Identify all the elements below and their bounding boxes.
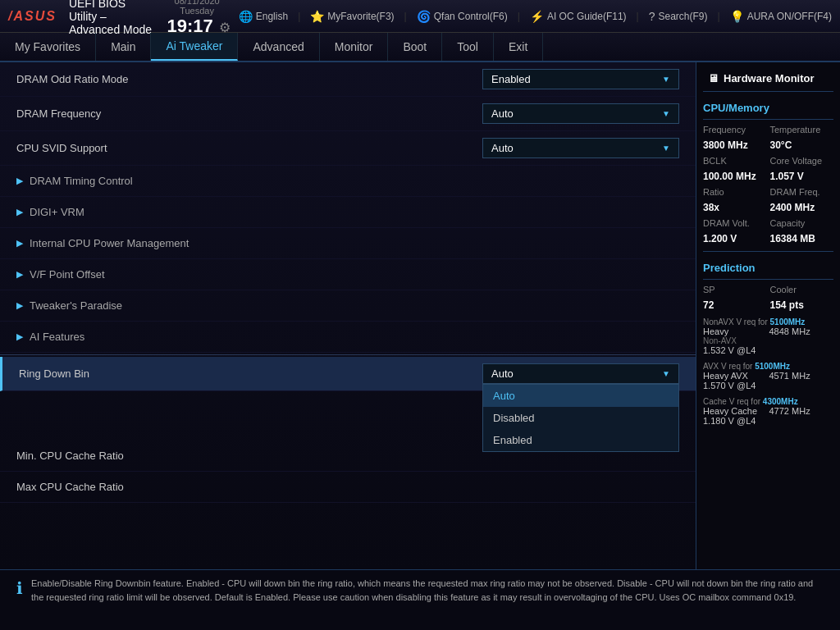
globe-icon: 🌐 [239, 10, 253, 23]
cache-col2: 4772 MHz [769, 406, 834, 416]
qfan-label: Qfan Control(F6) [434, 11, 508, 22]
internal-cpu-row[interactable]: ▶ Internal CPU Power Management [0, 228, 696, 259]
ring-down-dropdown-container: Auto ▼ Auto Disabled Enabled [482, 363, 679, 384]
core-voltage-value: 1.057 V [770, 171, 834, 182]
avx-row: AVX V req for 5100MHz Heavy AVX 4571 MHz… [703, 362, 833, 390]
nav-ai-tweaker[interactable]: Ai Tweaker [151, 33, 238, 61]
monitor-icon: 🖥 [708, 72, 719, 84]
cache-voltage: 1.180 V @L4 [703, 416, 833, 426]
internal-cpu-label: Internal CPU Power Management [30, 237, 679, 249]
avx-col1: Heavy AVX [703, 371, 768, 381]
cpu-svid-row: CPU SVID Support Auto ▼ [0, 131, 696, 166]
dram-freq-value: 2400 MHz [770, 202, 834, 213]
non-avx-label: NonAVX V req for 5100MHz [703, 317, 833, 326]
info-icon: ℹ [16, 578, 23, 598]
avx-col2: 4571 MHz [769, 371, 834, 381]
aura-button[interactable]: 💡 AURA ON/OFF(F4) [730, 10, 832, 23]
capacity-label: Capacity [770, 218, 834, 228]
ai-features-row[interactable]: ▶ AI Features [0, 322, 696, 353]
cpu-svid-label: CPU SVID Support [16, 142, 482, 154]
tweakers-row[interactable]: ▶ Tweaker's Paradise [0, 290, 696, 322]
dram-volt-value: 1.200 V [703, 233, 767, 244]
cache-vals: Heavy Cache 4772 MHz [703, 406, 833, 416]
dram-volt-label: DRAM Volt. [703, 218, 767, 228]
myfavorite-button[interactable]: ⭐ MyFavorite(F3) [310, 10, 394, 23]
avx-vals: Heavy AVX 4571 MHz [703, 371, 833, 381]
lightning-icon: ⚡ [530, 10, 544, 23]
nav-advanced[interactable]: Advanced [238, 33, 319, 61]
expand-icon: ▶ [16, 269, 23, 280]
nav-exit[interactable]: Exit [494, 33, 543, 61]
cpu-memory-section-title: CPU/Memory [703, 98, 833, 120]
chevron-down-icon: ▼ [662, 75, 670, 84]
expand-icon: ▶ [16, 176, 23, 186]
ai-oc-button[interactable]: ⚡ AI OC Guide(F11) [530, 10, 627, 23]
dram-freq-label: DRAM Frequency [16, 107, 482, 120]
search-button[interactable]: ? Search(F9) [649, 10, 708, 23]
ring-down-row[interactable]: Ring Down Bin Auto ▼ Auto Disabled Enabl… [0, 357, 696, 391]
capacity-value: 16384 MB [770, 233, 834, 244]
cooler-value: 154 pts [770, 299, 834, 311]
description-text: Enable/Disable Ring Downbin feature. Ena… [31, 577, 824, 604]
nav-monitor[interactable]: Monitor [320, 33, 389, 61]
option-auto[interactable]: Auto [483, 385, 678, 407]
non-avx-col2: 4848 MHz [769, 326, 834, 345]
core-voltage-label: Core Voltage [770, 156, 834, 166]
language-selector[interactable]: 🌐 English [239, 10, 288, 23]
qfan-button[interactable]: 🌀 Qfan Control(F6) [417, 10, 508, 23]
option-enabled[interactable]: Enabled [483, 429, 678, 451]
expand-icon: ▶ [16, 238, 23, 249]
expand-icon: ▶ [16, 331, 23, 342]
dram-freq-label: DRAM Freq. [770, 187, 834, 197]
search-icon: ? [649, 10, 655, 23]
datetime-display: 08/11/2020 Tuesday 19:17 ⚙ [163, 0, 230, 37]
chevron-down-icon: ▼ [662, 144, 670, 153]
nav-boot[interactable]: Boot [388, 33, 442, 61]
option-disabled[interactable]: Disabled [483, 407, 678, 429]
hardware-monitor-panel: 🖥 Hardware Monitor CPU/Memory Frequency … [696, 62, 840, 569]
aura-icon: 💡 [730, 10, 744, 23]
sp-label: SP [703, 285, 767, 294]
chevron-down-icon: ▼ [662, 369, 670, 378]
vf-point-row[interactable]: ▶ V/F Point Offset [0, 259, 696, 290]
hw-divider [703, 251, 833, 252]
avx-voltage: 1.570 V @L4 [703, 381, 833, 390]
prediction-section-title: Prediction [703, 258, 833, 280]
nav-my-favorites[interactable]: My Favorites [0, 33, 96, 61]
digi-vrm-row[interactable]: ▶ DIGI+ VRM [0, 197, 696, 228]
top-bar: /ASUS UEFI BIOS Utility – Advanced Mode … [0, 0, 840, 33]
dram-freq-value: Auto [491, 107, 514, 120]
dram-freq-dropdown[interactable]: Auto ▼ [482, 103, 679, 124]
cooler-label: Cooler [770, 285, 834, 294]
dram-freq-row: DRAM Frequency Auto ▼ [0, 97, 696, 131]
ratio-label: Ratio [703, 187, 767, 197]
dram-odd-dropdown[interactable]: Enabled ▼ [482, 69, 679, 89]
cpu-memory-grid: Frequency Temperature 3800 MHz 30°C BCLK… [703, 125, 833, 244]
nav-main[interactable]: Main [96, 33, 151, 61]
aura-label: AURA ON/OFF(F4) [747, 11, 832, 22]
cache-label: Cache V req for 4300MHz [703, 397, 833, 406]
bclk-value: 100.00 MHz [703, 171, 767, 182]
ring-down-dropdown[interactable]: Auto ▼ [482, 363, 679, 384]
date-display: 08/11/2020 Tuesday [163, 0, 230, 16]
freq-label: Frequency [703, 125, 767, 135]
dram-odd-value: Enabled [491, 73, 531, 85]
bclk-label: BCLK [703, 156, 767, 166]
sp-value: 72 [703, 299, 767, 311]
dram-odd-row: DRAM Odd Ratio Mode Enabled ▼ [0, 62, 696, 97]
app-title: UEFI BIOS Utility – Advanced Mode [69, 0, 156, 36]
max-cpu-row: Max CPU Cache Ratio [0, 472, 696, 503]
star-icon: ⭐ [310, 10, 324, 23]
non-avx-row: NonAVX V req for 5100MHz Heavy Non-AVX 4… [703, 317, 833, 355]
temp-value: 30°C [770, 139, 834, 151]
freq-value: 3800 MHz [703, 139, 767, 151]
chevron-down-icon: ▼ [662, 109, 670, 118]
dram-timing-row[interactable]: ▶ DRAM Timing Control [0, 166, 696, 197]
expand-icon: ▶ [16, 207, 23, 217]
cache-col1: Heavy Cache [703, 406, 768, 416]
dram-timing-label: DRAM Timing Control [30, 175, 679, 187]
cpu-svid-dropdown[interactable]: Auto ▼ [482, 138, 679, 158]
nav-tool[interactable]: Tool [442, 33, 494, 61]
asus-logo: /ASUS [8, 9, 57, 24]
settings-content: DRAM Odd Ratio Mode Enabled ▼ DRAM Frequ… [0, 62, 696, 569]
